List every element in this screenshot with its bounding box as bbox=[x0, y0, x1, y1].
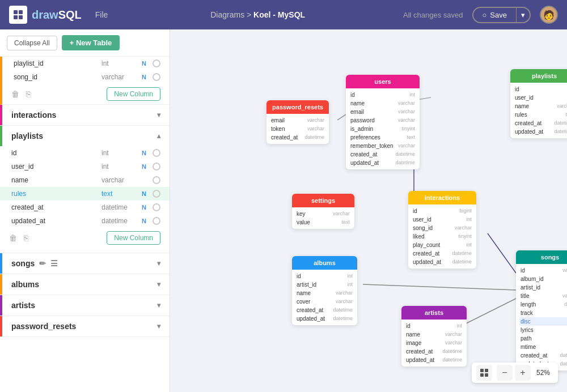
copy-icon[interactable]: ⎘ bbox=[24, 233, 28, 242]
sidebar-item-playlists: playlists ▴ id int N user_id int N name bbox=[0, 126, 170, 253]
table-row: idint bbox=[295, 272, 354, 280]
table-row: namevarchar bbox=[514, 102, 567, 110]
column-row: id int N bbox=[0, 146, 170, 160]
table-row-highlighted: discint bbox=[519, 317, 567, 326]
table-row: namevarchar bbox=[405, 330, 463, 339]
collapse-all-button[interactable]: Collapse All bbox=[7, 36, 57, 50]
copy-icon[interactable]: ⎘ bbox=[26, 90, 31, 99]
table-row: remember_tokenvarchar bbox=[349, 142, 416, 150]
db-table-users[interactable]: users idint namevarchar emailvarchar pas… bbox=[346, 75, 420, 169]
db-table-header-songs: songs bbox=[516, 250, 567, 264]
delete-icon[interactable]: 🗑 bbox=[11, 90, 19, 99]
table-row: created_atdatetime bbox=[405, 347, 463, 356]
table-row: updated_atdatetime bbox=[405, 356, 463, 364]
diagram-canvas[interactable]: users idint namevarchar emailvarchar pas… bbox=[170, 29, 567, 392]
interactions-header[interactable]: interactions ▾ bbox=[0, 105, 170, 125]
db-table-interactions[interactable]: interactions idbigint user_idint song_id… bbox=[408, 191, 476, 269]
table-row: song_idvarchar bbox=[412, 224, 473, 232]
grid-button[interactable] bbox=[476, 365, 492, 381]
table-row: imagevarchar bbox=[405, 339, 463, 347]
table-row: mtimeint bbox=[519, 343, 567, 351]
save-dropdown-button[interactable]: ▾ bbox=[516, 8, 530, 22]
table-row: user_idint bbox=[514, 93, 567, 102]
chevron-down-icon: ▾ bbox=[157, 111, 160, 119]
chevron-down-icon: ▾ bbox=[157, 301, 160, 309]
db-table-playlists[interactable]: playlists idint user_idint namevarchar r… bbox=[510, 69, 567, 138]
svg-line-6 bbox=[488, 233, 516, 273]
password-resets-header[interactable]: password_resets ▾ bbox=[0, 316, 170, 336]
db-table-songs[interactable]: songs idvarchar album_idint artist_idint… bbox=[516, 250, 567, 370]
table-row: user_idint bbox=[412, 215, 473, 224]
table-row: idint bbox=[405, 322, 463, 330]
edit-icon[interactable]: ✏ bbox=[39, 259, 46, 268]
table-row: updated_atdatetime bbox=[295, 314, 354, 323]
file-menu[interactable]: File bbox=[91, 8, 113, 22]
svg-line-11 bbox=[337, 114, 346, 120]
table-row: updated_atdatetime bbox=[412, 258, 473, 266]
delete-icon[interactable]: 🗑 bbox=[9, 233, 17, 242]
table-row: updated_atdatetime bbox=[349, 159, 416, 167]
table-row: namevarchar bbox=[295, 289, 354, 297]
sidebar-toolbar: Collapse All + New Table bbox=[0, 29, 170, 57]
sidebar: Collapse All + New Table playlist_id int… bbox=[0, 29, 170, 392]
svg-rect-1 bbox=[19, 10, 23, 14]
chevron-down-icon: ▾ bbox=[157, 259, 160, 267]
save-button[interactable]: ○ Save bbox=[473, 8, 517, 22]
column-row: name varchar bbox=[0, 173, 170, 187]
db-table-body-playlists: idint user_idint namevarchar rulestext c… bbox=[510, 83, 567, 138]
table-row: created_atdatetime bbox=[295, 306, 354, 314]
svg-rect-14 bbox=[480, 373, 484, 377]
db-table-header-password-resets: password_resets bbox=[266, 100, 329, 114]
table-row: play_countint bbox=[412, 241, 473, 249]
table-actions: 🗑 ⎘ New Column bbox=[2, 84, 170, 104]
nullable-circle bbox=[153, 176, 160, 184]
db-table-artists[interactable]: artists idint namevarchar imagevarchar c… bbox=[401, 306, 467, 367]
sidebar-playlist-song-section: playlist_id int N song_id varchar N 🗑 ⎘ … bbox=[0, 57, 170, 105]
songs-header[interactable]: songs ✏ ☰ ▾ bbox=[0, 253, 170, 274]
new-column-button[interactable]: New Column bbox=[107, 231, 160, 245]
chevron-up-icon: ▴ bbox=[157, 132, 160, 140]
table-row: rulestext bbox=[514, 110, 567, 119]
playlists-header[interactable]: playlists ▴ bbox=[0, 126, 170, 146]
table-row: namevarchar bbox=[349, 99, 416, 108]
db-table-password-resets[interactable]: password_resets emailvarchar tokenvarcha… bbox=[266, 100, 329, 144]
avatar[interactable]: 🧑 bbox=[540, 6, 558, 24]
nullable-circle bbox=[153, 73, 160, 81]
main-layout: Collapse All + New Table playlist_id int… bbox=[0, 29, 567, 392]
table-row: lyricstext bbox=[519, 326, 567, 334]
zoom-out-button[interactable]: − bbox=[497, 365, 513, 381]
column-row: updated_at datetime N bbox=[0, 214, 170, 228]
table-row: created_atdatetime bbox=[412, 249, 473, 258]
db-table-albums[interactable]: albums idint artist_idint namevarchar co… bbox=[292, 256, 357, 325]
sidebar-item-password-resets: password_resets ▾ bbox=[0, 316, 170, 337]
table-row: idvarchar bbox=[519, 266, 567, 275]
sidebar-item-interactions: interactions ▾ bbox=[0, 105, 170, 126]
table-row: valuetext bbox=[295, 218, 351, 227]
songs-actions: ✏ ☰ bbox=[39, 259, 58, 268]
logo-icon bbox=[9, 6, 27, 24]
list-icon[interactable]: ☰ bbox=[50, 259, 58, 268]
app-header: drawSQL File Diagrams > Koel - MySQL All… bbox=[0, 0, 567, 29]
save-button-group[interactable]: ○ Save ▾ bbox=[472, 7, 531, 23]
table-row: lengthdouble bbox=[519, 300, 567, 309]
new-table-button[interactable]: + New Table bbox=[62, 35, 120, 50]
db-table-settings[interactable]: settings keyvarchar valuetext bbox=[292, 194, 354, 229]
nullable-circle bbox=[153, 203, 160, 211]
db-table-body-password-resets: emailvarchar tokenvarchar created_atdate… bbox=[266, 114, 329, 144]
chevron-down-icon: ▾ bbox=[157, 322, 160, 330]
db-table-header-playlists: playlists bbox=[510, 69, 567, 83]
nullable-circle bbox=[153, 190, 160, 198]
db-table-header-settings: settings bbox=[292, 194, 354, 207]
db-table-header-artists: artists bbox=[401, 306, 467, 319]
db-table-header-interactions: interactions bbox=[408, 191, 476, 204]
save-icon: ○ bbox=[483, 11, 487, 19]
albums-header[interactable]: albums ▾ bbox=[0, 274, 170, 295]
zoom-in-button[interactable]: + bbox=[515, 365, 531, 381]
svg-rect-3 bbox=[19, 15, 23, 19]
table-row: pathtext bbox=[519, 334, 567, 343]
new-column-button[interactable]: New Column bbox=[107, 87, 160, 101]
db-table-body-users: idint namevarchar emailvarchar passwordv… bbox=[346, 88, 420, 169]
save-status: All changes saved bbox=[403, 11, 463, 19]
artists-header[interactable]: artists ▾ bbox=[0, 295, 170, 316]
table-row: created_atdatetime bbox=[349, 150, 416, 159]
